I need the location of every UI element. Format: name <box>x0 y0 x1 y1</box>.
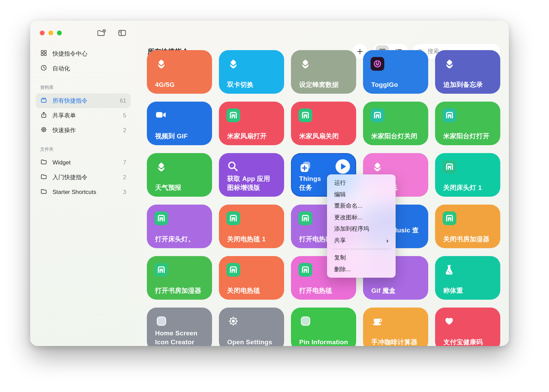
tile-label: 米家阳台灯关闭 <box>371 132 424 141</box>
sidebar-item-count: 7 <box>123 159 126 166</box>
mi-icon <box>371 108 384 122</box>
sidebar-item-label: Widget <box>52 159 71 166</box>
shortcut-tile[interactable]: 手冲咖啡计算器 <box>363 308 428 346</box>
tile-label: 打开床头灯。 <box>155 235 208 244</box>
flask-icon <box>443 263 456 277</box>
zoom-button[interactable] <box>57 31 62 35</box>
tile-label: 米家风扇关闭 <box>299 132 352 141</box>
sidebar-item-all-shortcuts[interactable]: 所有快捷指令61 <box>36 93 131 108</box>
shortcut-tile[interactable]: 追加到备忘录 <box>435 50 500 94</box>
mi-icon <box>299 263 312 277</box>
grid-icon <box>40 49 47 58</box>
mi-icon <box>299 211 312 225</box>
menu-item-duplicate[interactable]: 复制 <box>327 252 396 264</box>
shortcut-tile[interactable]: 双卡切换 <box>219 50 284 94</box>
play-icon <box>336 159 350 174</box>
shortcut-tile[interactable]: 天气预报 <box>147 153 212 197</box>
mi-icon <box>226 263 240 277</box>
close-button[interactable] <box>40 31 45 35</box>
tile-label: Gif 魔盒 <box>371 286 424 295</box>
sidebar-item-quick-actions[interactable]: 快速操作2 <box>36 123 131 138</box>
shortcut-tile[interactable]: 米家风扇关闭 <box>291 102 356 145</box>
shortcut-tile[interactable]: 4G/5G <box>147 50 212 94</box>
gear-icon <box>40 126 47 135</box>
tile-label: 打开电热毯 <box>299 286 352 295</box>
shortcut-tile[interactable]: 米家风扇打开 <box>219 102 284 145</box>
sidebar-item-share-sheet[interactable]: 共享表单5 <box>36 108 131 123</box>
sidebar-item-shortcuts-center[interactable]: 快捷指令中心 <box>36 46 131 61</box>
sidebar: 快捷指令中心自动化资料库所有快捷指令61共享表单5快速操作2文件夹Widget7… <box>30 21 136 346</box>
shortcut-tile[interactable]: Open Settings <box>219 308 284 346</box>
minimize-button[interactable] <box>48 31 53 35</box>
shortcut-tile[interactable]: 视频到 GIF <box>147 102 212 145</box>
tile-label: 追加到备忘录 <box>443 80 496 89</box>
sidebar-item-automation[interactable]: 自动化 <box>36 61 131 76</box>
tile-label: 关闭电热毯 1 <box>227 235 280 244</box>
sidebar-item-label: Starter Shortcuts <box>52 189 96 196</box>
menu-item-label: 删除... <box>334 265 351 273</box>
mi-icon <box>443 160 456 174</box>
tile-label: Home Screen Icon Creator <box>155 329 208 346</box>
tile-label: 关闭电热毯 <box>227 286 280 295</box>
menu-item-add-to-dock[interactable]: 添加到程序坞 <box>327 223 396 235</box>
new-folder-icon <box>97 29 106 37</box>
shortcuts-window: 快捷指令中心自动化资料库所有快捷指令61共享表单5快速操作2文件夹Widget7… <box>30 21 509 346</box>
folder-icon <box>40 158 47 167</box>
mi-icon <box>226 211 240 225</box>
shortcut-tile[interactable]: 支付宝健康码 <box>435 308 500 346</box>
menu-item-label: 运行 <box>334 179 346 187</box>
search-icon <box>226 160 240 174</box>
shortcut-tile[interactable]: 关闭电热毯 <box>219 256 284 300</box>
mi-icon <box>443 108 456 122</box>
video-icon <box>154 108 168 122</box>
appsquare-icon <box>299 314 312 328</box>
sidebar-item-folder-widget[interactable]: Widget7 <box>36 155 131 170</box>
menu-item-share[interactable]: 共享› <box>327 235 396 246</box>
tile-label: 双卡切换 <box>227 80 280 89</box>
shortcut-tile[interactable]: 打开床头灯。 <box>147 205 212 248</box>
tile-label: Open Settings <box>227 338 280 346</box>
menu-item-delete[interactable]: 删除... <box>327 264 396 275</box>
shortcut-tile[interactable]: 米家阳台灯打开 <box>435 102 500 145</box>
sidebar-item-label: 共享表单 <box>52 112 76 119</box>
copyplus-icon <box>299 160 312 174</box>
shortcut-tile[interactable]: 关闭电热毯 1 <box>219 205 284 248</box>
mi-icon <box>154 211 168 225</box>
menu-item-change-icon[interactable]: 更改图标... <box>327 212 396 223</box>
menu-item-label: 编辑 <box>334 191 346 198</box>
shortcut-tile[interactable]: TogglGo <box>363 50 428 94</box>
shortcut-tile[interactable]: 称体重 <box>435 256 500 300</box>
menu-item-label: 复制 <box>334 254 346 262</box>
sidebar-item-folder-starter-shortcuts[interactable]: Starter Shortcuts3 <box>36 185 131 199</box>
shortcut-tile[interactable]: 米家阳台灯关闭 <box>363 102 428 145</box>
sidebar-toggle-icon <box>118 29 127 37</box>
toggle-sidebar-button[interactable] <box>118 29 127 37</box>
menu-item-label: 重新命名... <box>334 202 362 210</box>
shortcut-tile[interactable]: Pin Information <box>291 308 356 346</box>
sidebar-section-title: 资料库 <box>36 76 131 93</box>
tile-label: 视频到 GIF <box>155 132 208 141</box>
shortcut-tile[interactable]: Home Screen Icon Creator <box>147 308 212 346</box>
mi-icon <box>154 263 168 277</box>
shortcut-tile[interactable]: 关闭床头灯 1 <box>435 153 500 197</box>
sidebar-item-folder-getting-started[interactable]: 入门快捷指令2 <box>36 170 131 185</box>
shortcut-tile[interactable]: 打开书房加湿器 <box>147 256 212 300</box>
tile-label: 称体重 <box>443 286 496 295</box>
shortcut-tile[interactable]: 关闭书房加湿器 <box>435 205 500 248</box>
sidebar-item-label: 所有快捷指令 <box>52 97 87 105</box>
sidebar-item-label: 快捷指令中心 <box>52 50 87 58</box>
run-shortcut-button[interactable] <box>336 159 350 174</box>
shortcuts-grid: 4G/5G双卡切换设定蜂窝数据TogglGo追加到备忘录视频到 GIF米家风扇打… <box>147 50 500 346</box>
tile-label: 天气预报 <box>155 183 208 192</box>
sidebar-item-label: 快速操作 <box>52 126 76 134</box>
new-folder-button[interactable] <box>97 29 106 37</box>
shortcut-tile[interactable]: 获取 App 应用 图标增强版 <box>219 153 284 197</box>
sidebar-item-label: 入门快捷指令 <box>52 173 87 181</box>
menu-item-label: 更改图标... <box>334 214 362 221</box>
menu-item-label: 共享 <box>334 237 346 244</box>
menu-item-edit[interactable]: 编辑 <box>327 189 396 200</box>
menu-item-run[interactable]: 运行 <box>327 177 396 189</box>
shortcut-tile[interactable]: 设定蜂窝数据 <box>291 50 356 94</box>
layers-icon <box>443 57 456 71</box>
menu-item-rename[interactable]: 重新命名... <box>327 200 396 212</box>
